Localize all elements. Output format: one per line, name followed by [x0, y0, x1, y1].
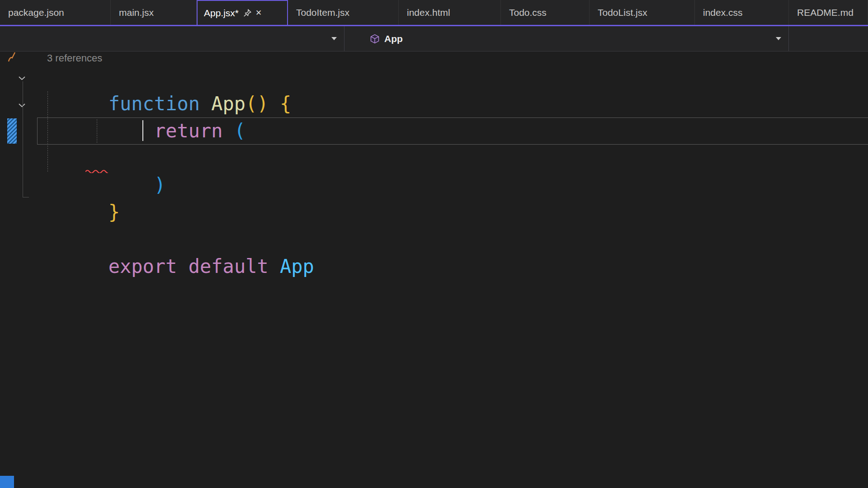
editor-window: package.json main.jsx App.jsx* ✕ TodoIte… [0, 0, 868, 488]
tab-package-json[interactable]: package.json [0, 0, 111, 25]
tab-app-jsx[interactable]: App.jsx* ✕ [197, 0, 288, 25]
tab-label: TodoList.jsx [598, 7, 647, 18]
member-scope-dropdown[interactable]: App [344, 26, 789, 51]
tab-label: main.jsx [119, 7, 154, 18]
token-parens: () [245, 93, 269, 115]
tab-index-css[interactable]: index.css [695, 0, 789, 25]
code-editor[interactable]: 3 references function App() { return ( )… [0, 52, 868, 488]
tab-todolist-jsx[interactable]: TodoList.jsx [590, 0, 695, 25]
pin-icon[interactable] [243, 9, 252, 17]
tab-label: README.md [797, 7, 854, 18]
fold-toggle-icon[interactable] [18, 101, 26, 110]
breadcrumb-bar: App [0, 26, 868, 52]
token-indent [108, 120, 154, 142]
chevron-down-icon [331, 37, 337, 40]
code-line[interactable]: } [40, 172, 120, 199]
fold-scope-line-end [23, 197, 29, 197]
cube-icon [370, 34, 380, 44]
file-scope-dropdown[interactable] [0, 26, 344, 51]
tab-bar: package.json main.jsx App.jsx* ✕ TodoIte… [0, 0, 868, 26]
close-icon[interactable]: ✕ [255, 9, 262, 17]
fold-toggle-icon[interactable] [18, 74, 26, 83]
token-open-brace: { [269, 93, 292, 115]
chevron-down-icon [776, 37, 781, 40]
token-open-paren: ( [234, 120, 245, 142]
tab-readme-md[interactable]: README.md [789, 0, 868, 25]
token-keyword: default [189, 255, 280, 277]
change-tracking-margin [7, 118, 17, 144]
token-keyword: export [108, 255, 189, 277]
tab-label: App.jsx* [204, 8, 239, 19]
tab-label: Todo.css [509, 7, 547, 18]
nav-bar-spacer [789, 26, 868, 51]
code-line[interactable]: function App() { [40, 63, 291, 90]
code-line[interactable]: export default App [40, 226, 314, 253]
tab-todoitem-jsx[interactable]: TodoItem.jsx [288, 0, 399, 25]
token-close-brace: } [108, 201, 120, 223]
token-close-paren: ) [154, 174, 165, 196]
tab-label: index.css [703, 7, 743, 18]
token-identifier: App [280, 255, 314, 277]
tab-index-html[interactable]: index.html [399, 0, 501, 25]
scope-label: App [384, 33, 403, 44]
tab-label: index.html [407, 7, 450, 18]
status-bar-corner [0, 476, 14, 488]
tab-label: TodoItem.jsx [296, 7, 349, 18]
tab-label: package.json [8, 7, 64, 18]
tab-todo-css[interactable]: Todo.css [501, 0, 590, 25]
tab-main-jsx[interactable]: main.jsx [111, 0, 197, 25]
token-keyword: return [154, 120, 234, 142]
fold-scope-line [23, 81, 23, 197]
edit-marker-icon [7, 52, 17, 64]
code-line[interactable]: return ( [40, 90, 245, 117]
codelens-references[interactable]: 3 references [47, 52, 102, 64]
